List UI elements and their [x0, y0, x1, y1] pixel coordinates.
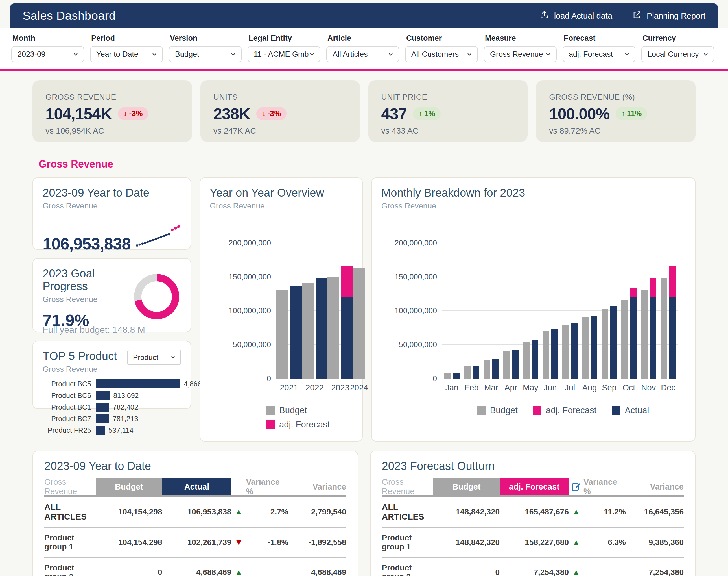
table-row-product-group-1: Product group 1104,154,298102,261,739▼-1…	[44, 528, 346, 558]
monthly-chart-title: Monthly Breakdown for 2023	[382, 186, 686, 199]
load-actual-data-button[interactable]: load Actual data	[540, 10, 612, 22]
filter-select-forecast[interactable]: adj. Forecast	[563, 46, 635, 62]
arrow-up-icon: ↑	[621, 109, 625, 118]
filter-select-customer[interactable]: All Customers	[405, 46, 478, 62]
budget-bar	[353, 268, 365, 378]
section-title: Gross Revenue	[39, 158, 696, 170]
table-measure-label: Gross Revenue	[44, 478, 96, 495]
bar-group-2022: 2022	[302, 244, 328, 378]
actual-segment	[649, 297, 656, 378]
table-title: 2023-09 Year to Date	[44, 460, 346, 472]
bar-group-Sep: Sep	[602, 244, 617, 378]
filter-legal-entity: Legal Entity11 - ACME GmbH	[248, 33, 321, 62]
table-measure-label: Gross Revenue	[382, 478, 433, 495]
x-axis-label: Jun	[544, 383, 557, 393]
top5-bar-row: Product FR25537,114	[42, 426, 181, 435]
accent-divider	[0, 69, 728, 71]
filter-select-measure[interactable]: Gross Revenue	[484, 46, 557, 62]
edit-icon[interactable]	[571, 482, 581, 492]
cell-value: 106,953,838	[162, 502, 232, 522]
monthly-plot-area: 050,000,000100,000,000150,000,000200,000…	[442, 244, 678, 379]
row-name: Product group 1	[44, 528, 96, 557]
filter-selected-value: 2023-09	[18, 50, 72, 59]
monthly-chart-card: Monthly Breakdown for 2023 Gross Revenue…	[371, 177, 696, 441]
budget-bar	[543, 331, 549, 378]
cell-value: 102,261,739	[162, 532, 232, 552]
filter-select-legal-entity[interactable]: 11 - ACME GmbH	[248, 46, 321, 62]
monthly-legend: Budgetadj. ForecastActual	[441, 405, 686, 415]
table-row-all-articles: ALL ARTICLES148,842,320165,487,676▲11.2%…	[382, 497, 684, 528]
forecast-segment	[669, 266, 676, 297]
goal-card-subtitle: Gross Revenue	[42, 295, 134, 304]
forecast-segment	[341, 266, 353, 297]
variance-indicator-up: ▲	[569, 532, 583, 552]
filter-selected-value: Gross Revenue	[490, 50, 545, 59]
cell-variance: 7,254,380	[626, 562, 684, 576]
x-axis-label: 2023	[331, 383, 350, 393]
budget-bar	[562, 324, 569, 378]
kpi-card: GROSS REVENUE (%)100.00%↑11%vs 89.72% AC	[536, 80, 696, 142]
legend-item-budget: Budget	[477, 405, 518, 415]
kpi-comparison-text: vs 433 AC	[382, 126, 515, 136]
filter-select-period[interactable]: Year to Date	[90, 46, 163, 62]
ytd-card-title: 2023-09 Year to Date	[42, 186, 181, 199]
bar-group-Oct: Oct	[621, 244, 637, 378]
x-axis-label: May	[523, 383, 538, 393]
cell-variance: -1,892,558	[289, 532, 346, 552]
kpi-card: GROSS REVENUE104,154K↓-3%vs 106,954K AC	[32, 80, 192, 142]
x-axis-label: Dec	[661, 383, 675, 393]
header-icon-cell	[232, 478, 246, 495]
filter-select-currency[interactable]: Local Currency	[641, 46, 714, 62]
filter-label: Version	[170, 34, 242, 42]
filter-select-month[interactable]: 2023-09	[11, 46, 84, 62]
top5-product-card: TOP 5 Product Gross Revenue Product Prod…	[32, 341, 191, 409]
y-axis-tick-label: 150,000,000	[395, 272, 437, 281]
kpi-label: GROSS REVENUE	[46, 93, 179, 102]
top5-bar-track: 782,402	[95, 403, 181, 411]
y-axis-tick-label: 200,000,000	[229, 239, 271, 248]
table-card-forecast: 2023 Forecast OutturnGross RevenueBudget…	[370, 451, 696, 576]
ytd-sparkline-chart	[135, 218, 181, 253]
external-link-icon	[632, 10, 642, 22]
top5-bar-value: 782,402	[113, 403, 138, 411]
goal-budget-note: Full year budget: 148.8 M	[42, 324, 181, 335]
column-header-variance: Variance	[626, 478, 684, 495]
actual-forecast-bar	[532, 340, 538, 378]
planning-report-button[interactable]: Planning Report	[632, 10, 705, 22]
bar-group-Apr: Apr	[503, 244, 519, 378]
filter-select-version[interactable]: Budget	[169, 46, 242, 62]
cell-budget: 0	[433, 562, 499, 576]
filter-label: Measure	[485, 34, 557, 42]
actual-forecast-bar	[551, 329, 558, 378]
table-row-product-group-2: Product group 207,254,380▲7,254,380	[382, 558, 684, 576]
filter-selected-value: adj. Forecast	[569, 50, 624, 59]
filter-month: Month2023-09	[11, 33, 84, 62]
table-row-product-group-2: Product group 204,688,469▲4,688,469	[44, 558, 346, 576]
kpi-label: UNIT PRICE	[382, 93, 515, 102]
kpi-comparison-text: vs 89.72% AC	[549, 126, 682, 136]
budget-bar	[621, 300, 628, 378]
bar-group-Jun: Jun	[543, 244, 558, 378]
filter-select-article[interactable]: All Articles	[326, 46, 399, 62]
row-name: Product group 2	[382, 558, 433, 576]
actual-forecast-bar	[290, 286, 302, 378]
table-row-all-articles: ALL ARTICLES104,154,298106,953,838▲2.7%2…	[44, 497, 346, 528]
top5-dimension-select[interactable]: Product	[127, 350, 181, 365]
actual-forecast-bar	[669, 266, 676, 378]
ytd-card-subtitle: Gross Revenue	[42, 201, 181, 210]
kpi-comparison-text: vs 247K AC	[213, 126, 347, 136]
cell-value: 165,487,676	[499, 502, 569, 522]
actual-forecast-bar	[492, 359, 499, 378]
variance-indicator-up: ▲	[232, 502, 246, 522]
chevron-down-icon	[702, 51, 709, 58]
budget-bar	[602, 309, 608, 378]
actual-segment	[532, 340, 538, 378]
cell-variance-pct: 2.7%	[246, 502, 289, 522]
actual-forecast-bar	[590, 316, 597, 378]
y-axis-tick-label: 150,000,000	[229, 272, 271, 281]
top5-bar-value: 537,114	[109, 426, 133, 434]
top5-bar	[96, 379, 180, 388]
top5-bar-chart: Product BC54,866,001Product BC6813,692Pr…	[42, 379, 181, 435]
filter-measure: MeasureGross Revenue	[484, 33, 557, 62]
chevron-down-icon	[230, 51, 237, 58]
